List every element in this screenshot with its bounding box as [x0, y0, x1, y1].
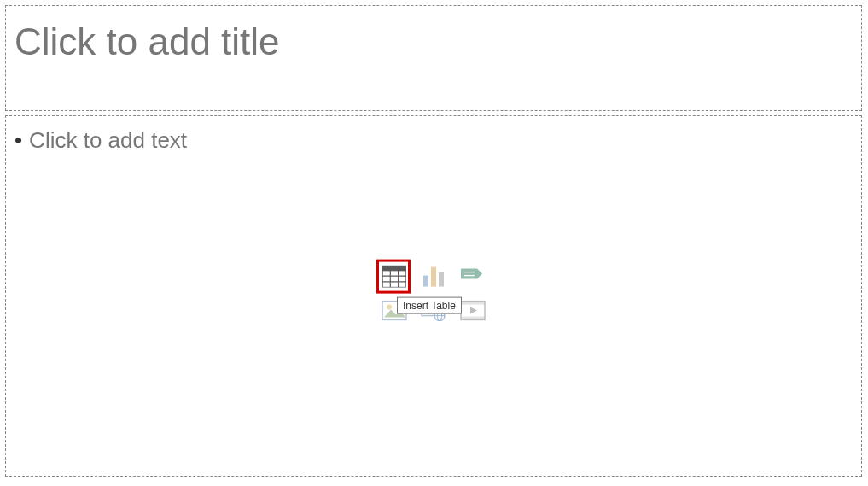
insert-table-tooltip: Insert Table — [397, 296, 462, 313]
svg-rect-19 — [461, 316, 485, 319]
content-placeholder[interactable]: • Click to add text Insert Table — [5, 115, 862, 477]
svg-rect-6 — [423, 275, 428, 286]
content-insert-icons: Insert Table — [382, 264, 486, 322]
smartart-icon — [460, 266, 486, 286]
bullet-icon: • — [15, 126, 22, 155]
content-placeholder-text: Click to add text — [29, 126, 187, 155]
insert-chart-button[interactable] — [421, 264, 446, 288]
insert-row-1: Insert Table — [382, 264, 486, 288]
insert-video-button[interactable] — [460, 298, 486, 322]
insert-table-button[interactable]: Insert Table — [382, 264, 407, 288]
insert-smartart-button[interactable] — [460, 264, 486, 288]
svg-rect-0 — [382, 265, 406, 270]
svg-rect-1 — [382, 270, 406, 287]
content-bullet-line: • Click to add text — [15, 126, 853, 155]
chart-icon — [422, 265, 445, 287]
table-icon — [382, 265, 406, 287]
svg-rect-8 — [439, 272, 444, 286]
title-placeholder-text: Click to add title — [15, 21, 853, 62]
svg-point-12 — [387, 304, 392, 309]
svg-rect-18 — [461, 301, 485, 304]
video-icon — [460, 300, 486, 320]
svg-rect-7 — [431, 266, 436, 286]
title-placeholder[interactable]: Click to add title — [5, 5, 862, 111]
